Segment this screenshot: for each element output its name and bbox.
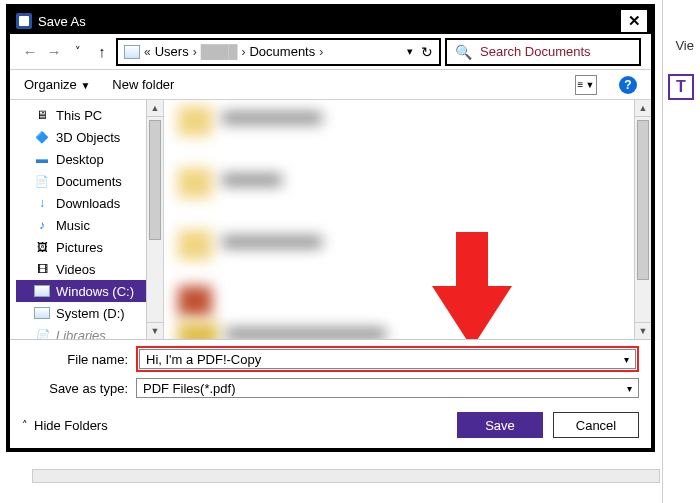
save-button[interactable]: Save (457, 412, 543, 438)
organize-menu[interactable]: Organize ▼ (24, 77, 90, 92)
tree-item-windows-c[interactable]: Windows (C:) (16, 280, 146, 302)
scroll-thumb[interactable] (637, 120, 649, 280)
callout-arrow-icon (432, 232, 512, 339)
scroll-up-icon[interactable]: ▲ (147, 100, 163, 117)
chevron-right-icon: › (193, 45, 197, 59)
forward-button[interactable]: → (44, 42, 64, 62)
up-button[interactable]: ↑ (92, 42, 112, 62)
cube-icon (34, 130, 50, 144)
tree-item-downloads[interactable]: Downloads (16, 192, 146, 214)
chevron-right-icon: › (319, 45, 323, 59)
search-placeholder: Search Documents (480, 44, 591, 59)
background-ribbon: Vie T (662, 0, 700, 503)
filename-highlight: Hi, I'm a PDF!-Copy ▾ (136, 346, 639, 372)
chevron-down-icon[interactable]: ▾ (627, 383, 632, 394)
path-seg-hidden: ████ (201, 44, 238, 59)
content-scrollbar[interactable]: ▲ ▼ (634, 100, 651, 339)
background-scrollbar (32, 469, 660, 483)
path-seg-users[interactable]: Users (155, 44, 189, 59)
toolbar: Organize ▼ New folder ≡▼ ? (10, 70, 651, 100)
videos-icon (34, 262, 50, 276)
nav-row: ← → ˅ ↑ « Users › ████ › Documents › ▾ ↻… (10, 34, 651, 70)
save-as-dialog: Save As ✕ ← → ˅ ↑ « Users › ████ › Docum… (6, 4, 655, 452)
scroll-thumb[interactable] (149, 120, 161, 240)
folder-tree: This PC 3D Objects Desktop Documents Dow… (10, 100, 146, 339)
window-title: Save As (38, 14, 621, 29)
desktop-icon (34, 152, 50, 166)
tree-item-libraries[interactable]: Libraries (16, 324, 146, 339)
file-list-blurred (164, 100, 634, 339)
tree-item-videos[interactable]: Videos (16, 258, 146, 280)
close-button[interactable]: ✕ (621, 10, 647, 32)
tree-item-this-pc[interactable]: This PC (16, 104, 146, 126)
breadcrumb-path[interactable]: « Users › ████ › Documents › ▾ ↻ (116, 38, 441, 66)
path-seg-documents[interactable]: Documents (249, 44, 315, 59)
pictures-icon (34, 240, 50, 254)
form-panel: File name: Hi, I'm a PDF!-Copy ▾ Save as… (10, 339, 651, 448)
view-options-button[interactable]: ≡▼ (575, 75, 597, 95)
tree-item-system-d[interactable]: System (D:) (16, 302, 146, 324)
textbox-tool-icon: T (668, 74, 694, 100)
hide-folders-toggle[interactable]: ˄ Hide Folders (22, 418, 108, 433)
tree-item-music[interactable]: Music (16, 214, 146, 236)
tree-item-3d-objects[interactable]: 3D Objects (16, 126, 146, 148)
chevron-down-icon[interactable]: ▾ (624, 354, 629, 365)
tree-scrollbar[interactable]: ▲ ▼ (146, 100, 163, 339)
libraries-icon (34, 328, 50, 339)
drive-icon (34, 285, 50, 297)
view-tab-partial: Vie (675, 38, 694, 53)
scroll-up-icon[interactable]: ▲ (635, 100, 651, 117)
search-icon: 🔍 (455, 44, 472, 60)
filename-input[interactable]: Hi, I'm a PDF!-Copy ▾ (139, 349, 636, 369)
scroll-down-icon[interactable]: ▼ (635, 322, 651, 339)
refresh-icon[interactable]: ↻ (421, 44, 433, 60)
drive-icon (124, 45, 140, 59)
tree-item-documents[interactable]: Documents (16, 170, 146, 192)
chevron-icon: « (144, 45, 151, 59)
tree-item-desktop[interactable]: Desktop (16, 148, 146, 170)
back-button[interactable]: ← (20, 42, 40, 62)
search-input[interactable]: 🔍 Search Documents (445, 38, 641, 66)
filetype-select[interactable]: PDF Files(*.pdf) ▾ (136, 378, 639, 398)
help-button[interactable]: ? (619, 76, 637, 94)
folder-tree-panel: This PC 3D Objects Desktop Documents Dow… (10, 100, 164, 339)
app-icon (16, 13, 32, 29)
chevron-right-icon: › (241, 45, 245, 59)
new-folder-button[interactable]: New folder (112, 77, 174, 92)
titlebar: Save As ✕ (10, 8, 651, 34)
path-dropdown-icon[interactable]: ▾ (407, 45, 413, 58)
document-icon (34, 174, 50, 188)
scroll-down-icon[interactable]: ▼ (147, 322, 163, 339)
filename-label: File name: (22, 352, 136, 367)
music-icon (34, 218, 50, 232)
filetype-label: Save as type: (22, 381, 136, 396)
cancel-button[interactable]: Cancel (553, 412, 639, 438)
pc-icon (34, 108, 50, 122)
file-list-panel: ▲ ▼ (164, 100, 651, 339)
chevron-up-icon: ˄ (22, 419, 28, 432)
drive-icon (34, 307, 50, 319)
tree-item-pictures[interactable]: Pictures (16, 236, 146, 258)
download-icon (34, 196, 50, 210)
recent-dropdown[interactable]: ˅ (68, 42, 88, 62)
